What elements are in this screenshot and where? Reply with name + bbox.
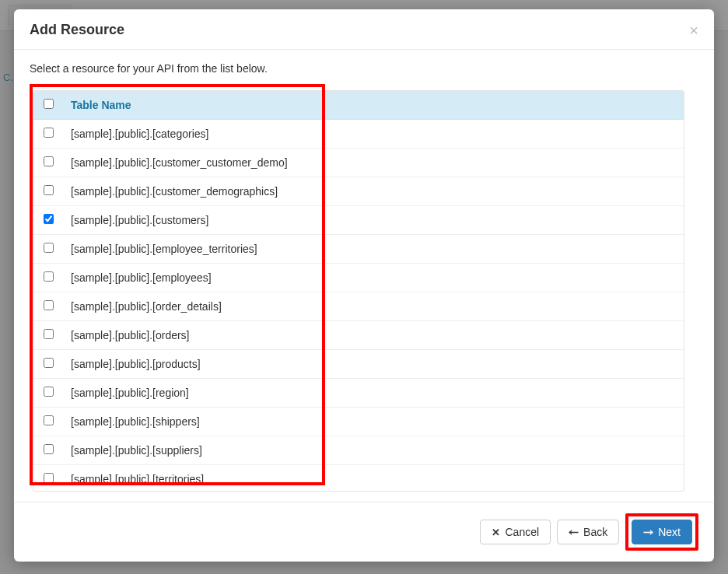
- row-checkbox[interactable]: [44, 329, 54, 339]
- add-resource-modal: Add Resource × Select a resource for you…: [14, 9, 714, 562]
- table-row[interactable]: [sample].[public].[territories]: [33, 465, 684, 492]
- instruction-text: Select a resource for your API from the …: [30, 62, 698, 75]
- table-row[interactable]: [sample].[public].[customers]: [33, 206, 684, 235]
- row-checkbox[interactable]: [44, 128, 54, 138]
- table-row[interactable]: [sample].[public].[categories]: [33, 120, 684, 149]
- cancel-label: Cancel: [505, 526, 539, 538]
- modal-footer: ✕ Cancel 🡐 Back 🡒 Next: [14, 502, 714, 562]
- table-body: [sample].[public].[categories][sample].[…: [33, 120, 684, 492]
- back-button[interactable]: 🡐 Back: [557, 520, 619, 544]
- row-label: [sample].[public].[region]: [63, 379, 684, 408]
- table-row[interactable]: [sample].[public].[orders]: [33, 321, 684, 350]
- next-highlight-box: 🡒 Next: [625, 513, 698, 551]
- table-row[interactable]: [sample].[public].[employees]: [33, 264, 684, 292]
- arrow-left-icon: 🡐: [569, 527, 579, 538]
- header-checkbox-cell: [33, 91, 63, 120]
- row-label: [sample].[public].[employees]: [63, 264, 684, 292]
- table-row[interactable]: [sample].[public].[order_details]: [33, 292, 684, 321]
- row-checkbox-cell: [33, 235, 63, 264]
- table-scroll-container[interactable]: Table Name [sample].[public].[categories…: [33, 90, 684, 492]
- row-checkbox-cell: [33, 120, 63, 149]
- modal-title: Add Resource: [30, 22, 124, 38]
- next-button[interactable]: 🡒 Next: [632, 520, 692, 544]
- row-checkbox-cell: [33, 350, 63, 379]
- row-label: [sample].[public].[suppliers]: [63, 436, 684, 465]
- row-label: [sample].[public].[territories]: [63, 465, 684, 492]
- row-checkbox[interactable]: [44, 214, 54, 224]
- row-checkbox-cell: [33, 292, 63, 321]
- arrow-right-icon: 🡒: [643, 527, 653, 538]
- row-checkbox[interactable]: [44, 358, 54, 368]
- resource-table: Table Name [sample].[public].[categories…: [33, 91, 684, 492]
- row-checkbox-cell: [33, 379, 63, 408]
- row-checkbox-cell: [33, 264, 63, 292]
- row-label: [sample].[public].[employee_territories]: [63, 235, 684, 264]
- table-row[interactable]: [sample].[public].[customer_customer_dem…: [33, 149, 684, 177]
- table-row[interactable]: [sample].[public].[products]: [33, 350, 684, 379]
- row-checkbox-cell: [33, 149, 63, 177]
- row-label: [sample].[public].[order_details]: [63, 292, 684, 321]
- row-label: [sample].[public].[orders]: [63, 321, 684, 350]
- row-checkbox[interactable]: [44, 300, 54, 310]
- row-checkbox[interactable]: [44, 473, 54, 483]
- table-row[interactable]: [sample].[public].[region]: [33, 379, 684, 408]
- row-checkbox-cell: [33, 206, 63, 235]
- table-row[interactable]: [sample].[public].[employee_territories]: [33, 235, 684, 264]
- row-checkbox[interactable]: [44, 243, 54, 253]
- select-all-checkbox[interactable]: [44, 99, 54, 109]
- row-label: [sample].[public].[customer_demographics…: [63, 177, 684, 206]
- close-button[interactable]: ×: [689, 23, 698, 38]
- row-label: [sample].[public].[customer_customer_dem…: [63, 149, 684, 177]
- row-checkbox[interactable]: [44, 271, 54, 282]
- row-checkbox[interactable]: [44, 415, 54, 425]
- header-table-name[interactable]: Table Name: [63, 91, 684, 120]
- row-checkbox[interactable]: [44, 387, 54, 397]
- row-checkbox[interactable]: [44, 444, 54, 454]
- row-checkbox[interactable]: [44, 156, 54, 166]
- row-label: [sample].[public].[categories]: [63, 120, 684, 149]
- row-label: [sample].[public].[products]: [63, 350, 684, 379]
- table-row[interactable]: [sample].[public].[shippers]: [33, 408, 684, 436]
- row-checkbox-cell: [33, 408, 63, 436]
- row-checkbox-cell: [33, 177, 63, 206]
- modal-header: Add Resource ×: [14, 9, 714, 50]
- row-label: [sample].[public].[shippers]: [63, 408, 684, 436]
- row-label: [sample].[public].[customers]: [63, 206, 684, 235]
- row-checkbox[interactable]: [44, 185, 54, 195]
- cancel-button[interactable]: ✕ Cancel: [480, 520, 551, 544]
- next-label: Next: [658, 526, 681, 538]
- table-row[interactable]: [sample].[public].[suppliers]: [33, 436, 684, 465]
- close-icon: ×: [689, 22, 698, 39]
- row-checkbox-cell: [33, 465, 63, 492]
- back-label: Back: [583, 526, 607, 538]
- row-checkbox-cell: [33, 436, 63, 465]
- x-icon: ✕: [492, 527, 500, 538]
- row-checkbox-cell: [33, 321, 63, 350]
- table-row[interactable]: [sample].[public].[customer_demographics…: [33, 177, 684, 206]
